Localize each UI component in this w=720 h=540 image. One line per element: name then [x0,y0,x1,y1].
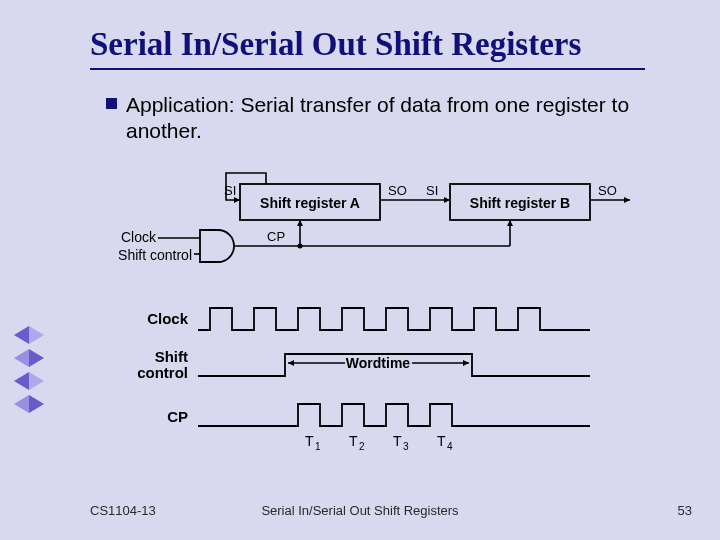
block-diagram: SI Shift register A SO SI Shift register… [110,168,670,278]
t2-sub: 2 [359,441,365,452]
label-so-b: SO [598,183,617,198]
t3-sub: 3 [403,441,409,452]
label-shift-control-in: Shift control [118,247,192,263]
svg-marker-6 [624,197,630,203]
t1-label: T [305,433,314,449]
label-si-a: SI [224,183,236,198]
bullet-square-icon [106,98,117,109]
label-clock-in: Clock [121,229,157,245]
svg-marker-19 [463,360,469,366]
timing-clock-label: Clock [147,310,189,327]
label-so-a: SO [388,183,407,198]
wordtime-label: Wordtime [346,355,411,371]
label-reg-b: Shift register B [470,195,570,211]
slide: Serial In/Serial Out Shift Registers App… [0,0,720,540]
timing-cp-label: CP [167,408,188,425]
footer-page-number: 53 [678,503,692,518]
timing-shift-label: Shift [155,348,188,365]
page-title: Serial In/Serial Out Shift Registers [90,26,581,63]
label-cp-wire: CP [267,229,285,244]
label-reg-a: Shift register A [260,195,360,211]
timing-diagram: Clock Shift control Wordtime CP T 1 T 2 … [110,300,640,480]
title-underline [90,68,645,70]
timing-control-label: control [137,364,188,381]
t4-label: T [437,433,446,449]
svg-marker-17 [288,360,294,366]
t1-sub: 1 [315,441,321,452]
bullet-text: Application: Serial transfer of data fro… [126,92,646,143]
t4-sub: 4 [447,441,453,452]
decorative-triangles-icon [14,326,44,418]
footer-center: Serial In/Serial Out Shift Registers [0,503,720,518]
label-si-b: SI [426,183,438,198]
t3-label: T [393,433,402,449]
t2-label: T [349,433,358,449]
